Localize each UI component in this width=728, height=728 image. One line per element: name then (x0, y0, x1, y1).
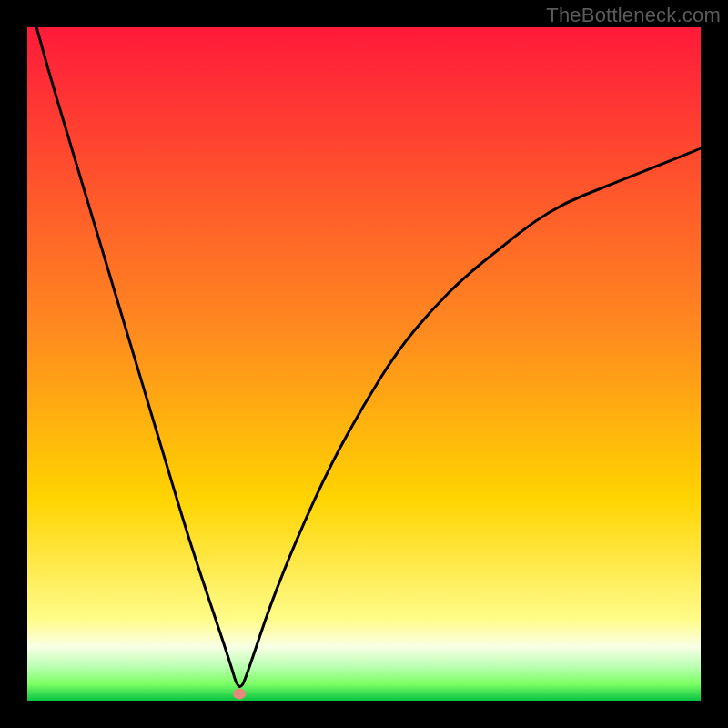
chart-svg (27, 27, 701, 701)
gradient-background (27, 27, 701, 701)
optimal-point-marker (233, 689, 246, 700)
chart-frame: TheBottleneck.com (0, 0, 728, 728)
plot-area (27, 27, 701, 701)
watermark-text: TheBottleneck.com (546, 4, 721, 27)
